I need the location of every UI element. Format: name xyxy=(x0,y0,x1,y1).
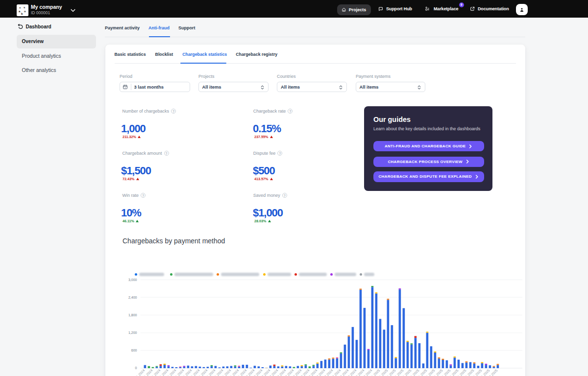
svg-text:03.11.2024: 03.11.2024 xyxy=(131,369,145,376)
svg-text:0: 0 xyxy=(135,366,137,370)
svg-text:1,800: 1,800 xyxy=(128,313,137,317)
svg-text:600: 600 xyxy=(131,349,137,352)
svg-text:3,000: 3,000 xyxy=(128,278,137,282)
svg-text:1,200: 1,200 xyxy=(128,331,137,334)
svg-text:2,400: 2,400 xyxy=(128,296,137,299)
